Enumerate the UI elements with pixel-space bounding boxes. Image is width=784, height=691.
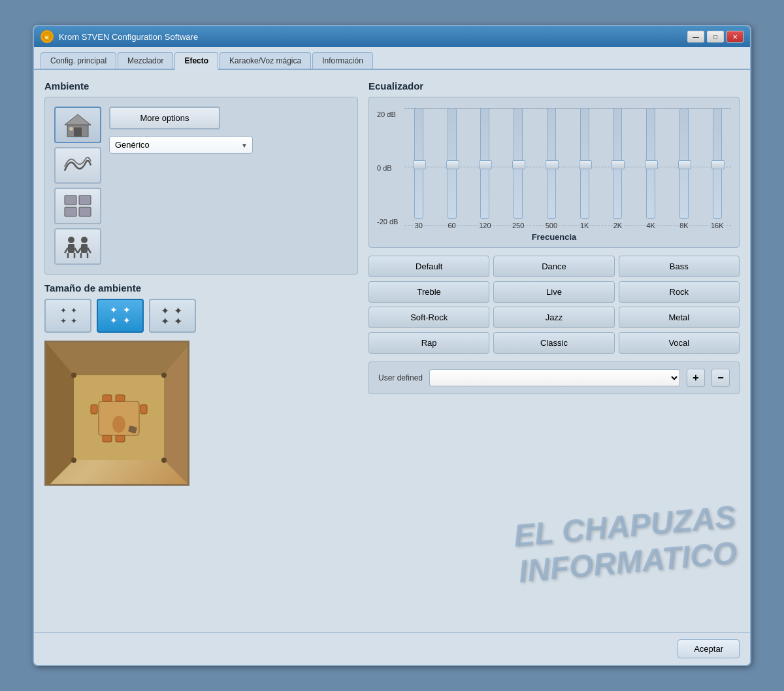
ambiente-inner: More options Genérico Sala de estar Dorm…: [54, 107, 348, 265]
preset-live[interactable]: Live: [493, 281, 614, 303]
main-content: Ambiente: [34, 70, 750, 632]
svg-rect-43: [116, 395, 125, 401]
window-controls: — □ ✕: [687, 31, 743, 42]
svg-text:✦: ✦: [71, 306, 77, 315]
ambiente-icons: [54, 107, 101, 265]
svg-text:✦: ✦: [110, 305, 118, 315]
svg-line-15: [65, 248, 68, 253]
preset-default[interactable]: Default: [368, 256, 489, 277]
eq-track-500[interactable]: [547, 108, 556, 219]
eq-thumb-60[interactable]: [446, 160, 459, 169]
preset-treble[interactable]: Treble: [368, 281, 489, 303]
eq-thumb-16k[interactable]: [711, 160, 725, 169]
user-defined-select[interactable]: [429, 369, 680, 386]
svg-rect-12: [79, 207, 91, 216]
eq-slider-8k: 8K: [670, 108, 698, 229]
preset-jazz[interactable]: Jazz: [493, 307, 614, 328]
window-title: Krom S7VEN Configuration Software: [59, 32, 198, 42]
svg-text:✦: ✦: [161, 305, 169, 316]
ambiente-icon-people[interactable]: [54, 228, 101, 265]
aceptar-button[interactable]: Aceptar: [678, 639, 740, 658]
eq-presets: Default Dance Bass Treble Live Rock Soft…: [368, 256, 740, 354]
eq-freq-60: 60: [448, 222, 455, 229]
ambiente-icon-waves[interactable]: [54, 147, 101, 184]
remove-preset-button[interactable]: −: [711, 369, 730, 387]
eq-track-16k[interactable]: [713, 108, 722, 219]
eq-thumb-4k[interactable]: [645, 160, 658, 169]
app-window: K Krom S7VEN Configuration Software — □ …: [33, 25, 751, 666]
tab-informacion[interactable]: Información: [312, 52, 373, 69]
eq-slider-60hz: 60: [438, 108, 466, 229]
eq-slider-500hz: 500: [537, 108, 565, 229]
tab-config-principal[interactable]: Config. principal: [41, 52, 116, 69]
svg-point-13: [68, 237, 74, 243]
eq-freq-30: 30: [415, 222, 423, 229]
tamano-section: Tamaño de ambiente ✦ ✦ ✦ ✦ ✦ ✦: [44, 282, 358, 486]
svg-point-53: [161, 458, 167, 463]
ambiente-dropdown-container: Genérico Sala de estar Dormitorio ▼: [109, 136, 253, 154]
size-small-button[interactable]: ✦ ✦ ✦ ✦: [44, 299, 91, 333]
ambiente-icon-grid[interactable]: [54, 188, 101, 224]
ambiente-dropdown[interactable]: Genérico Sala de estar Dormitorio: [109, 136, 253, 154]
svg-rect-4: [74, 127, 82, 137]
eq-freq-1k: 1K: [580, 222, 589, 229]
eq-thumb-2k[interactable]: [612, 160, 625, 169]
eq-thumb-500[interactable]: [546, 160, 559, 169]
eq-slider-250hz: 250: [504, 108, 532, 229]
tab-efecto[interactable]: Efecto: [174, 52, 218, 70]
svg-rect-14: [68, 244, 74, 253]
svg-rect-45: [116, 435, 125, 442]
svg-text:✦: ✦: [110, 315, 118, 326]
svg-text:✦: ✦: [123, 315, 131, 326]
eq-track-2k[interactable]: [613, 108, 622, 219]
tab-mezclador[interactable]: Mezclador: [118, 52, 173, 69]
add-preset-button[interactable]: +: [687, 369, 705, 387]
size-large-button[interactable]: ✦ ✦ ✦ ✦: [149, 299, 196, 333]
preset-vocal[interactable]: Vocal: [619, 332, 740, 354]
eq-freq-2k: 2K: [613, 222, 622, 229]
preset-dance[interactable]: Dance: [493, 256, 614, 277]
room-diagram: [44, 341, 189, 486]
svg-line-19: [78, 248, 81, 253]
more-options-button[interactable]: More options: [109, 107, 220, 129]
eq-thumb-1k[interactable]: [579, 160, 592, 169]
svg-text:K: K: [45, 35, 49, 41]
eq-track-1k[interactable]: [580, 108, 589, 219]
minimize-button[interactable]: —: [687, 31, 704, 42]
svg-point-52: [71, 458, 76, 463]
preset-metal[interactable]: Metal: [619, 307, 740, 328]
eq-freq-8k: 8K: [679, 222, 688, 229]
ambiente-icon-house[interactable]: [54, 107, 101, 143]
eq-track-250[interactable]: [514, 108, 523, 219]
tab-karaoke[interactable]: Karaoke/Voz mágica: [220, 52, 311, 69]
eq-thumb-30[interactable]: [413, 160, 426, 169]
svg-rect-18: [81, 244, 88, 253]
preset-soft-rock[interactable]: Soft-Rock: [368, 307, 489, 328]
eq-db-labels: 20 dB 0 dB -20 dB: [377, 108, 398, 226]
eq-track-4k[interactable]: [646, 108, 655, 219]
user-defined-label: User defined: [378, 373, 423, 382]
eq-sliders: 30 60 120: [404, 108, 731, 229]
preset-rap[interactable]: Rap: [368, 332, 489, 354]
eq-track-8k[interactable]: [679, 108, 689, 219]
ambiente-title: Ambiente: [44, 80, 358, 92]
titlebar: K Krom S7VEN Configuration Software — □ …: [34, 26, 750, 47]
eq-track-60[interactable]: [448, 108, 457, 219]
preset-rock[interactable]: Rock: [619, 281, 740, 303]
eq-track-120[interactable]: [480, 108, 489, 219]
ecualizador-title: Ecualizador: [368, 80, 740, 92]
db-label-20: 20 dB: [377, 110, 398, 118]
preset-bass[interactable]: Bass: [619, 256, 740, 277]
svg-line-16: [74, 248, 78, 253]
svg-point-51: [161, 373, 167, 378]
eq-slider-16k: 16K: [703, 108, 731, 229]
eq-thumb-250[interactable]: [512, 160, 525, 169]
freq-title: Frecuencia: [377, 232, 731, 242]
eq-thumb-8k[interactable]: [678, 160, 691, 169]
eq-track-30[interactable]: [414, 108, 423, 219]
close-button[interactable]: ✕: [727, 31, 743, 42]
size-medium-button[interactable]: ✦ ✦ ✦ ✦: [97, 299, 144, 333]
maximize-button[interactable]: □: [707, 31, 724, 42]
preset-classic[interactable]: Classic: [493, 332, 614, 354]
eq-thumb-120[interactable]: [479, 160, 492, 169]
